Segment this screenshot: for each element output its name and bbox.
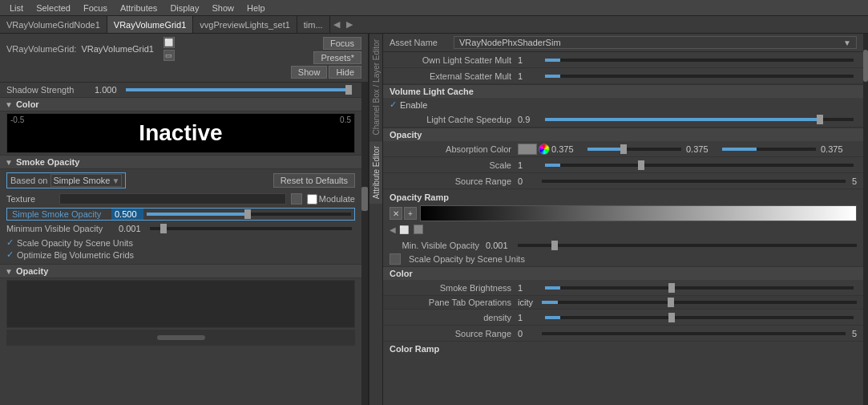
volume-light-cache-header[interactable]: Volume Light Cache — [383, 84, 863, 98]
opacity-chart — [6, 280, 355, 328]
tab-volumegrid1[interactable]: VRayVolumeGrid1 — [107, 16, 194, 33]
right-opacity-header[interactable]: Opacity — [383, 128, 863, 141]
min-visible-label: Minimum Visible Opacity — [6, 224, 119, 233]
right-min-visible-value: 0.001 — [486, 241, 518, 250]
right-min-slider[interactable] — [518, 244, 857, 247]
scale-check-icon: ✓ — [6, 237, 14, 248]
absorption-thumb-1[interactable] — [620, 144, 627, 154]
left-scrollbar[interactable] — [361, 83, 368, 405]
based-on-row: Based on Simple Smoke ▼ Reset to Default… — [0, 169, 361, 192]
scale-thumb[interactable] — [638, 160, 644, 170]
tab-previewlights[interactable]: vvgPreviewLights_set1 — [193, 16, 297, 33]
color-label-left: -0.5 — [10, 115, 24, 124]
ramp-remove-btn[interactable]: ✕ — [390, 207, 402, 220]
tab-tim[interactable]: tim... — [297, 16, 330, 33]
bottom-scroll[interactable] — [6, 330, 355, 346]
show-button[interactable]: Show — [291, 66, 328, 79]
right-min-visible-row: Min. Visible Opacity 0.001 — [383, 239, 863, 252]
reset-defaults-button[interactable]: Reset to Defaults — [273, 173, 355, 188]
right-min-thumb[interactable] — [551, 241, 558, 250]
right-min-visible-label: Min. Visible Opacity — [390, 241, 486, 250]
min-visible-thumb[interactable] — [160, 224, 167, 233]
menu-focus[interactable]: Focus — [77, 3, 114, 13]
right-panel-header: Asset Name VRayNodePhxShaderSim ▼ — [383, 34, 863, 52]
texture-field[interactable] — [59, 193, 286, 205]
based-on-dropdown[interactable]: Simple Smoke ▼ — [50, 174, 122, 187]
density-slider[interactable] — [545, 316, 854, 319]
absorption-color-swatch[interactable] — [518, 144, 537, 155]
source-range-slider[interactable] — [542, 180, 846, 183]
color-arrow: ▼ — [5, 100, 13, 109]
ramp-prev-icon[interactable]: ◀ — [390, 225, 396, 234]
ext-scatter-slider[interactable] — [545, 75, 854, 78]
modulate-checkbox[interactable] — [307, 194, 317, 205]
channel-box-label[interactable]: Channel Box / Layer Editor — [369, 34, 382, 140]
texture-row: Texture Modulate — [0, 192, 361, 206]
color-section-header[interactable]: ▼ Color — [0, 97, 361, 111]
light-cache-slider[interactable] — [545, 118, 854, 121]
ramp-add-btn[interactable]: + — [404, 207, 417, 220]
minimize-btn[interactable]: ▭ — [164, 50, 175, 61]
hide-button[interactable]: Hide — [329, 66, 361, 79]
color-ramp-area: Color Ramp — [383, 342, 863, 356]
right-scroll-thumb[interactable] — [863, 50, 868, 82]
smoke-opacity-header[interactable]: ▼ Smoke Opacity — [0, 155, 361, 169]
asset-name-label: Asset Name — [390, 38, 454, 47]
light-cache-thumb[interactable] — [817, 115, 823, 124]
vray-grid-name: VRayVolumeGrid1 — [81, 44, 154, 54]
attribute-editor-label[interactable]: Attribute Editor — [369, 140, 382, 204]
presets-button[interactable]: Presets* — [313, 51, 361, 64]
own-scatter-slider[interactable] — [545, 59, 854, 62]
shadow-strength-row: Shadow Strength 1.000 — [0, 83, 361, 97]
texture-checker[interactable] — [291, 193, 302, 205]
color-wheel-icon[interactable] — [539, 144, 550, 155]
menu-display[interactable]: Display — [164, 3, 205, 13]
source-range-to: 5 — [852, 176, 857, 186]
menu-attributes[interactable]: Attributes — [114, 3, 164, 13]
smoke-opacity-fill — [147, 213, 249, 216]
smoke-brightness-slider[interactable] — [545, 286, 854, 290]
smoke-opacity-arrow: ▼ — [5, 158, 13, 167]
shadow-strength-label: Shadow Strength — [6, 85, 95, 95]
smoke-opacity-title: Smoke Opacity — [16, 157, 79, 167]
smoke-opacity-thumb[interactable] — [244, 209, 251, 219]
min-visible-value: 0.001 — [119, 224, 147, 233]
menu-list[interactable]: List — [3, 3, 30, 13]
maximize-btn[interactable]: ⬜ — [164, 37, 175, 48]
menu-selected[interactable]: Selected — [30, 3, 77, 13]
modulate-label: Modulate — [319, 194, 355, 204]
source-range-2-from: 0 — [518, 329, 542, 338]
pane-tab-thumb[interactable] — [668, 298, 674, 307]
absorption-slider-1[interactable] — [587, 148, 681, 151]
scale-check-box[interactable] — [390, 253, 401, 265]
pane-tab-slider[interactable] — [542, 301, 857, 304]
ramp-handle[interactable] — [414, 225, 423, 234]
simple-smoke-value: 0.500 — [111, 209, 143, 220]
tab-scroll-left[interactable]: ◀ — [330, 19, 343, 30]
shadow-strength-thumb[interactable] — [345, 85, 352, 95]
smoke-brightness-row: Smoke Brightness 1 — [383, 280, 863, 296]
density-row: density 1 — [383, 310, 863, 326]
ramp-expand-icon[interactable]: ⬜ — [399, 225, 409, 234]
smoke-brightness-thumb[interactable] — [668, 283, 675, 293]
opacity-section-arrow: ▼ — [5, 267, 13, 276]
scale-slider[interactable] — [545, 164, 854, 167]
right-color-header[interactable]: Color — [383, 266, 863, 280]
focus-button[interactable]: Focus — [323, 37, 361, 50]
right-scrollbar[interactable] — [863, 34, 868, 405]
tab-scroll-right[interactable]: ▶ — [343, 19, 356, 30]
absorption-slider-2[interactable] — [722, 148, 816, 151]
absorption-val-2: 0.375 — [686, 144, 722, 154]
smoke-brightness-value: 1 — [518, 283, 542, 293]
menu-help[interactable]: Help — [240, 3, 272, 13]
right-scale-check: Scale Opacity by Scene Units — [383, 252, 863, 266]
source-range-2-label: Source Range — [390, 329, 518, 338]
enable-row: ✓ Enable — [383, 98, 863, 111]
density-thumb[interactable] — [668, 313, 675, 322]
left-scroll-thumb[interactable] — [361, 187, 368, 211]
tab-volumegridnode1[interactable]: VRayVolumeGridNode1 — [0, 16, 107, 33]
asset-name-dropdown[interactable]: VRayNodePhxShaderSim ▼ — [454, 36, 857, 49]
source-range-2-slider[interactable] — [542, 332, 846, 335]
opacity-section-header[interactable]: ▼ Opacity — [0, 264, 361, 278]
menu-show[interactable]: Show — [205, 3, 240, 13]
